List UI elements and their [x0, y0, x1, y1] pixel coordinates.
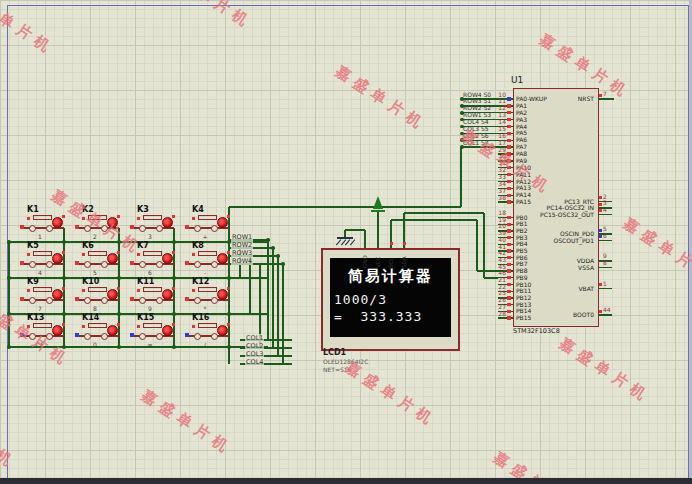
key-state-marker: [20, 297, 24, 301]
pin-number: 34: [488, 181, 506, 187]
pin-marker: [192, 289, 195, 292]
key-sub-label: -: [193, 269, 217, 276]
key-K5: K54: [20, 241, 70, 275]
button-terminal: [29, 333, 36, 340]
pin-marker: [137, 217, 140, 220]
watermark-text: 嘉盛单片机: [158, 0, 256, 33]
pin-number: 8: [603, 260, 607, 266]
key-K3: K33: [130, 205, 180, 239]
pin-number: 6: [603, 233, 607, 239]
pin-marker: [507, 316, 510, 319]
watermark-text: 嘉盛单片机: [620, 214, 692, 287]
pin-marker: [27, 253, 30, 256]
button-actuator-icon[interactable]: [88, 323, 107, 328]
button-actuator-icon[interactable]: [33, 251, 52, 256]
key-ref-label: K4: [192, 205, 204, 214]
net-label-col3: COL3: [245, 350, 264, 358]
button-actuator-icon[interactable]: [198, 323, 217, 328]
pin-marker: [599, 235, 602, 238]
led-indicator-icon: [162, 217, 173, 228]
button-actuator-icon[interactable]: [198, 287, 217, 292]
pin-name-PA3: PA3: [516, 117, 527, 123]
pin-name-PA15: PA15: [516, 199, 531, 205]
lcd-screen-title: 简易计算器: [330, 267, 451, 286]
key-ref-label: K3: [137, 205, 149, 214]
key-ref-label: K10: [82, 277, 99, 286]
button-terminal: [139, 225, 146, 232]
lcd-net-label: NET=S16: [323, 367, 351, 373]
proteus-schematic-sheet: U1 STM32F103C8 简易计算器 1000/3 = 333.333 LC…: [0, 0, 692, 484]
pin-number: 15: [488, 126, 506, 132]
button-terminal: [156, 225, 163, 232]
pin-marker: [62, 251, 65, 254]
key-K10: K108: [75, 277, 125, 311]
wire: [8, 242, 9, 347]
net-label-row4: ROW4: [231, 257, 253, 265]
key-K15: K15=: [130, 313, 180, 347]
button-actuator-icon[interactable]: [88, 215, 107, 220]
pin-marker: [507, 173, 510, 176]
button-actuator-icon[interactable]: [143, 287, 162, 292]
button-actuator-icon[interactable]: [33, 287, 52, 292]
button-actuator-icon[interactable]: [198, 251, 217, 256]
pin-name-PB2: PB2: [516, 228, 528, 234]
key-ref-label: K1: [27, 205, 39, 214]
led-indicator-icon: [52, 253, 63, 264]
key-ref-label: K6: [82, 241, 94, 250]
pin-marker: [599, 229, 602, 232]
pin-marker: [117, 323, 120, 326]
button-actuator-icon[interactable]: [143, 251, 162, 256]
key-K1: K11: [20, 205, 70, 239]
pin-marker: [507, 276, 510, 279]
wire: [377, 212, 378, 248]
watermark-text: 嘉盛单片机: [138, 386, 236, 459]
key-state-marker: [130, 261, 134, 265]
pin-marker: [507, 111, 510, 114]
button-actuator-icon[interactable]: [88, 287, 107, 292]
watermark-text: 嘉盛单片机: [332, 62, 430, 135]
pin-marker: [507, 243, 510, 246]
button-terminal: [29, 261, 36, 268]
key-K4: K4+: [185, 205, 235, 239]
pin-marker: [227, 287, 230, 290]
button-terminal: [156, 261, 163, 268]
pin-number: 40: [488, 237, 506, 243]
button-actuator-icon[interactable]: [198, 215, 217, 220]
junction-dot: [281, 262, 285, 266]
pin-name-VBAT: VBAT: [534, 286, 594, 292]
pin-marker: [82, 253, 85, 256]
pin-marker: [507, 118, 510, 121]
wire: [498, 317, 513, 318]
button-actuator-icon[interactable]: [143, 215, 162, 220]
pin-marker: [599, 283, 602, 286]
button-actuator-icon[interactable]: [33, 215, 52, 220]
pin-marker: [27, 325, 30, 328]
key-sub-label: 7: [28, 305, 52, 312]
button-terminal: [211, 225, 218, 232]
led-indicator-icon: [217, 289, 228, 300]
button-terminal: [84, 225, 91, 232]
wire: [597, 240, 612, 241]
key-ref-label: K15: [137, 313, 154, 322]
lcd-screen-line2: = 333.333: [334, 309, 422, 324]
button-terminal: [211, 261, 218, 268]
wire: [229, 206, 461, 207]
button-terminal: [156, 297, 163, 304]
led-indicator-icon: [217, 325, 228, 336]
key-sub-label: =: [138, 341, 162, 348]
wire: [498, 201, 513, 202]
key-state-marker: [185, 297, 189, 301]
net-label: COL1 S7: [463, 140, 489, 146]
key-sub-label: 3: [138, 233, 162, 240]
led-indicator-icon: [107, 217, 118, 228]
button-actuator-icon[interactable]: [143, 323, 162, 328]
button-terminal: [139, 261, 146, 268]
pin-number: 44: [603, 307, 611, 313]
window-bottom-edge: [0, 478, 692, 484]
pin-number: 37: [488, 188, 506, 194]
button-actuator-icon[interactable]: [88, 251, 107, 256]
pin-marker: [507, 216, 510, 219]
button-actuator-icon[interactable]: [33, 323, 52, 328]
wire: [597, 267, 612, 268]
button-terminal: [211, 333, 218, 340]
